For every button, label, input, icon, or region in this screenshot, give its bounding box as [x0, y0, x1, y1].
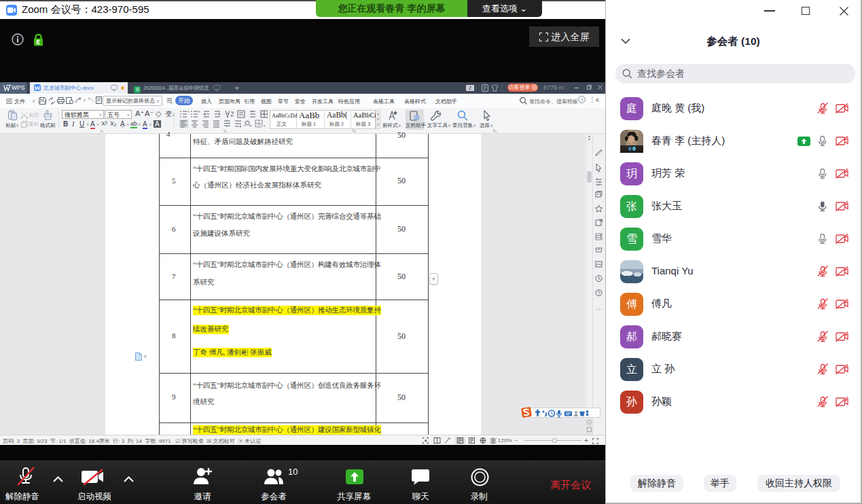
svg-text:▾: ▾: [250, 124, 252, 128]
svg-text:▾: ▾: [264, 124, 266, 128]
svg-text:▾: ▾: [187, 110, 190, 113]
svg-text:▾: ▾: [198, 110, 200, 113]
